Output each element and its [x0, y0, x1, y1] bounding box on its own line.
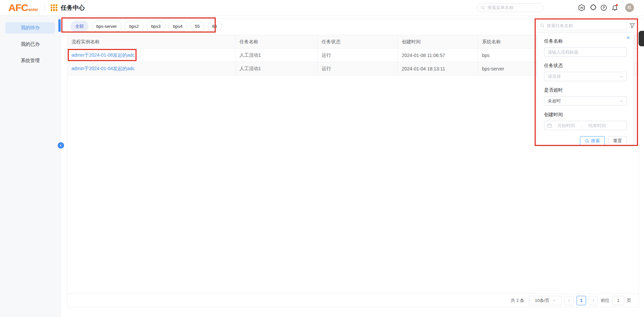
created-time-label: 创建时间: [544, 112, 627, 118]
prev-page-button[interactable]: [565, 296, 574, 305]
task-name-cell: 人工活动1: [235, 49, 318, 62]
search-button[interactable]: 搜索: [580, 136, 605, 146]
topbar: AFC enter 任务中心 AI: [0, 0, 644, 15]
start-time-input[interactable]: [552, 123, 580, 128]
pagination-bar: 共 2 条 10条/页 1 前往 页: [67, 294, 639, 307]
scrollbar-thumb[interactable]: [639, 31, 644, 46]
close-icon[interactable]: ×: [627, 35, 630, 41]
app-grid-icon[interactable]: [51, 4, 57, 11]
notification-bell-icon[interactable]: [611, 4, 619, 11]
page-size-select[interactable]: 10条/页: [529, 296, 562, 305]
date-range-picker[interactable]: -: [544, 121, 627, 130]
afcenter-logo[interactable]: AFC enter: [8, 3, 38, 12]
search-icon: [540, 23, 545, 28]
chip-bps2[interactable]: bps2: [124, 21, 143, 32]
logo-sub-text: enter: [29, 7, 38, 12]
col-header-status: 任务状态: [318, 35, 398, 49]
end-time-input[interactable]: [583, 123, 611, 128]
calendar-icon: [547, 123, 552, 128]
chevron-left-icon: [59, 144, 62, 147]
chip-55[interactable]: 55: [190, 21, 204, 32]
ai-assistant-icon[interactable]: AI: [578, 4, 585, 11]
status-cell: 运行: [318, 49, 398, 62]
task-search-input[interactable]: [547, 23, 624, 28]
goto-label: 前往: [601, 298, 609, 304]
col-header-task: 任务名称: [235, 35, 318, 49]
status-cell: 运行: [318, 62, 398, 75]
menu-search-input[interactable]: [487, 5, 540, 10]
timeout-select[interactable]: 未超时: [544, 96, 627, 106]
plugin-puzzle-icon[interactable]: [589, 4, 596, 11]
created-cell: 2024-01-04 18:13:11: [398, 62, 478, 75]
chip-bps-server[interactable]: bps-server: [92, 21, 121, 32]
notification-dot: [616, 4, 618, 6]
task-status-select[interactable]: 请选择: [544, 72, 627, 81]
chevron-down-icon: [552, 299, 556, 302]
next-page-button[interactable]: [589, 296, 598, 305]
topbar-divider: [44, 4, 45, 11]
menu-search-box[interactable]: [477, 3, 543, 12]
page-number-1[interactable]: 1: [577, 296, 586, 305]
filter-group-created-time: 创建时间 -: [544, 112, 627, 130]
goto-page-input[interactable]: [612, 296, 624, 305]
task-status-label: 任务状态: [544, 63, 627, 69]
instance-link[interactable]: admin于2024-01-04发起的adc: [71, 66, 135, 72]
task-name-cell: 人工活动1: [235, 62, 318, 75]
search-icon: [481, 5, 485, 10]
filter-group-timeout: 是否超时 未超时: [544, 87, 627, 106]
content-top-divider: [61, 18, 644, 19]
range-separator: -: [581, 123, 582, 128]
page-title: 任务中心: [61, 4, 85, 12]
task-name-input[interactable]: [544, 47, 627, 57]
sidebar-item-my-done[interactable]: 我的已办: [5, 39, 55, 50]
timeout-label: 是否超时: [544, 87, 627, 93]
task-name-label: 任务名称: [544, 38, 627, 44]
avatar[interactable]: 租: [625, 3, 634, 12]
sidebar-collapse-toggle[interactable]: [58, 142, 64, 149]
chip-bps4[interactable]: bps4: [168, 21, 187, 32]
col-header-instance: 流程实例名称: [67, 35, 235, 49]
filter-funnel-icon[interactable]: [629, 22, 635, 29]
svg-text:AI: AI: [580, 6, 583, 9]
created-cell: 2024-01-08 11:06:57: [398, 49, 478, 62]
svg-text:?: ?: [603, 6, 605, 10]
chip-bps3[interactable]: bps3: [147, 21, 165, 32]
active-section-accent-bar: [58, 19, 61, 32]
logo-main-text: AFC: [8, 3, 28, 12]
col-header-created: 创建时间: [398, 35, 478, 49]
filter-panel: × 任务名称 任务状态 请选择 是否超时 未超时 创建时: [537, 33, 634, 145]
filter-group-task-name: 任务名称: [544, 38, 627, 57]
chevron-right-icon: [592, 299, 595, 302]
chevron-down-icon: [620, 75, 623, 78]
total-count: 共 2 条: [511, 298, 524, 304]
reset-button[interactable]: 重置: [608, 136, 627, 146]
chip-all[interactable]: 全部: [70, 21, 89, 32]
task-search-box[interactable]: [537, 21, 627, 30]
help-icon[interactable]: ?: [600, 4, 607, 11]
task-center-page: AFC enter 任务中心 AI: [0, 0, 644, 317]
sidebar-item-system-admin[interactable]: 系统管理: [5, 55, 55, 66]
chevron-left-icon: [568, 299, 571, 302]
sidebar-item-my-todo[interactable]: 我的待办: [5, 22, 55, 34]
topbar-icons: AI ? 租: [578, 3, 634, 12]
chip-66[interactable]: 66: [208, 21, 222, 32]
page-unit-label: 页: [627, 298, 631, 304]
search-icon: [585, 139, 589, 143]
chevron-down-icon: [620, 99, 623, 103]
filter-group-task-status: 任务状态 请选择: [544, 63, 627, 81]
filter-buttons: 搜索 重置: [544, 136, 627, 146]
sidebar: 我的待办 我的已办 系统管理: [0, 15, 61, 317]
instance-link[interactable]: admin于2024-01-08发起的adc: [71, 52, 135, 58]
system-filter-chips: 全部 bps-server bps2 bps3 bps4 55 66: [70, 21, 222, 32]
